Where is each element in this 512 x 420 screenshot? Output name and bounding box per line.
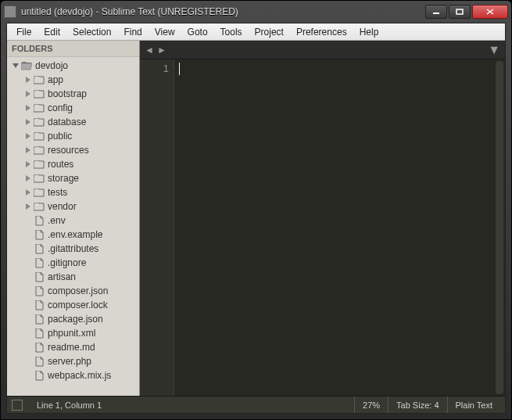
tree-folder[interactable]: resources bbox=[7, 143, 139, 157]
svg-marker-11 bbox=[26, 161, 30, 167]
close-icon bbox=[486, 9, 494, 15]
status-position[interactable]: Line 1, Column 1 bbox=[29, 397, 109, 413]
chevron-right-icon bbox=[24, 104, 32, 112]
tree-folder-label: routes bbox=[48, 159, 73, 170]
tree-file-label: .gitattributes bbox=[48, 243, 98, 254]
folder-icon bbox=[34, 174, 45, 183]
tree-file-label: package.json bbox=[48, 314, 103, 325]
window-inner: File Edit Selection Find View Goto Tools… bbox=[6, 23, 506, 414]
tree-file[interactable]: webpack.mix.js bbox=[7, 368, 139, 382]
menu-project[interactable]: Project bbox=[249, 25, 290, 39]
statusbar: Line 1, Column 1 27% Tab Size: 4 Plain T… bbox=[7, 396, 505, 413]
folder-open-icon bbox=[21, 61, 32, 70]
file-icon bbox=[34, 343, 45, 352]
menu-preferences[interactable]: Preferences bbox=[290, 25, 353, 39]
tree-file[interactable]: package.json bbox=[7, 312, 139, 326]
sidebar-header: FOLDERS bbox=[7, 41, 139, 57]
svg-marker-8 bbox=[26, 119, 30, 125]
tree-file[interactable]: phpunit.xml bbox=[7, 326, 139, 340]
tree-folder-label: public bbox=[48, 131, 72, 142]
tree-folder[interactable]: app bbox=[7, 73, 139, 87]
file-icon bbox=[34, 357, 45, 366]
tree-folder-label: config bbox=[48, 102, 73, 113]
menu-tools[interactable]: Tools bbox=[214, 25, 249, 39]
tree-file-label: .gitignore bbox=[48, 257, 86, 268]
menu-find[interactable]: Find bbox=[117, 25, 148, 39]
status-zoom[interactable]: 27% bbox=[355, 397, 388, 413]
folder-icon bbox=[34, 160, 45, 169]
tree-root[interactable]: devdojo bbox=[7, 59, 139, 73]
tree-folder[interactable]: vendor bbox=[7, 199, 139, 214]
file-icon bbox=[34, 314, 45, 324]
file-icon bbox=[34, 272, 45, 282]
minimize-button[interactable] bbox=[425, 5, 447, 19]
chevron-down-icon bbox=[12, 62, 20, 70]
tree-folder[interactable]: config bbox=[7, 101, 139, 115]
svg-marker-6 bbox=[26, 91, 30, 97]
status-icon[interactable] bbox=[12, 400, 23, 411]
folder-icon bbox=[34, 117, 45, 127]
code-body[interactable] bbox=[174, 59, 505, 396]
folder-icon bbox=[34, 145, 45, 155]
app-icon bbox=[4, 5, 16, 18]
tab-dropdown-icon[interactable]: ▼ bbox=[488, 43, 500, 56]
menu-file[interactable]: File bbox=[10, 25, 38, 39]
tree-file-label: composer.json bbox=[48, 285, 108, 296]
chevron-right-icon bbox=[24, 76, 32, 84]
tree-file[interactable]: composer.lock bbox=[7, 298, 139, 312]
minimize-icon bbox=[432, 9, 440, 15]
tree-file-label: artisan bbox=[48, 271, 76, 282]
sidebar: FOLDERS devdojo appbootstrapconfigdataba… bbox=[7, 41, 140, 396]
maximize-button[interactable] bbox=[449, 5, 471, 19]
status-syntax[interactable]: Plain Text bbox=[448, 397, 501, 413]
svg-marker-13 bbox=[26, 189, 30, 196]
editor[interactable]: 1 bbox=[140, 59, 505, 396]
menu-edit[interactable]: Edit bbox=[38, 25, 66, 39]
menu-goto[interactable]: Goto bbox=[181, 25, 214, 39]
editor-area: ◄ ► ▼ 1 bbox=[140, 41, 505, 396]
close-button[interactable] bbox=[472, 5, 508, 19]
svg-marker-12 bbox=[26, 175, 30, 181]
svg-marker-7 bbox=[26, 105, 30, 111]
tree-file[interactable]: readme.md bbox=[7, 340, 139, 354]
menu-view[interactable]: View bbox=[149, 25, 181, 39]
workspace: FOLDERS devdojo appbootstrapconfigdataba… bbox=[7, 41, 505, 396]
folder-icon bbox=[34, 188, 45, 197]
tree-folder[interactable]: database bbox=[7, 115, 139, 129]
chevron-right-icon bbox=[24, 90, 32, 98]
tree-folder-label: storage bbox=[48, 173, 79, 184]
tree-file[interactable]: server.php bbox=[7, 354, 139, 368]
tree-file[interactable]: .env bbox=[7, 214, 139, 228]
tree-file[interactable]: .env.example bbox=[7, 228, 139, 242]
svg-marker-10 bbox=[26, 147, 30, 153]
status-tabsize[interactable]: Tab Size: 4 bbox=[388, 397, 446, 413]
tree-folder[interactable]: tests bbox=[7, 185, 139, 199]
svg-marker-4 bbox=[13, 63, 19, 68]
chevron-right-icon bbox=[24, 132, 32, 140]
tree-folder-label: app bbox=[48, 74, 63, 85]
titlebar[interactable]: untitled (devdojo) - Sublime Text (UNREG… bbox=[1, 1, 511, 23]
tree-folder[interactable]: bootstrap bbox=[7, 87, 139, 101]
tab-prev-icon[interactable]: ◄ bbox=[145, 45, 154, 56]
tree-folder-label: vendor bbox=[48, 201, 77, 212]
tab-next-icon[interactable]: ► bbox=[157, 45, 166, 56]
file-icon bbox=[34, 216, 45, 225]
tree-file[interactable]: artisan bbox=[7, 270, 139, 284]
tab-row: ◄ ► ▼ bbox=[140, 41, 505, 59]
scrollbar[interactable] bbox=[496, 61, 503, 394]
svg-marker-9 bbox=[26, 133, 30, 139]
menu-selection[interactable]: Selection bbox=[66, 25, 117, 39]
tree-file[interactable]: composer.json bbox=[7, 284, 139, 298]
chevron-right-icon bbox=[24, 118, 32, 126]
tree-folder[interactable]: public bbox=[7, 129, 139, 143]
folder-icon bbox=[34, 202, 45, 211]
tree-folder-label: tests bbox=[48, 187, 67, 198]
tree-file[interactable]: .gitattributes bbox=[7, 242, 139, 256]
tree-folder[interactable]: routes bbox=[7, 157, 139, 171]
menubar: File Edit Selection Find View Goto Tools… bbox=[7, 23, 505, 41]
tree-folder[interactable]: storage bbox=[7, 171, 139, 185]
file-icon bbox=[34, 328, 45, 338]
tree-file[interactable]: .gitignore bbox=[7, 256, 139, 270]
menu-help[interactable]: Help bbox=[353, 25, 385, 39]
folder-tree: devdojo appbootstrapconfigdatabasepublic… bbox=[7, 57, 139, 387]
